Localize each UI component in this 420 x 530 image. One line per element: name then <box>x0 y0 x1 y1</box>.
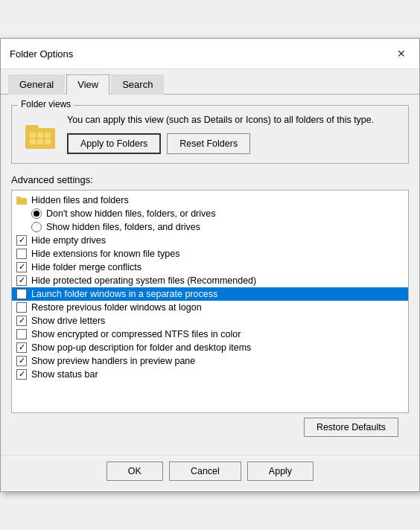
ok-button[interactable]: OK <box>106 462 163 481</box>
list-item-label-show-hidden: Show hidden files, folders, and drives <box>46 222 200 232</box>
svg-rect-2 <box>30 132 36 138</box>
list-item-hide-extensions[interactable]: Hide extensions for known file types <box>12 247 408 261</box>
list-item-label-show-preview: Show preview handlers in preview pane <box>31 356 195 366</box>
svg-rect-7 <box>45 139 51 144</box>
list-item-label-dont-show-hidden: Don't show hidden files, folders, or dri… <box>46 208 216 219</box>
list-item-label-restore-previous: Restore previous folder windows at logon <box>31 302 202 313</box>
bottom-buttons: Restore Defaults <box>11 413 409 444</box>
svg-rect-4 <box>45 132 51 138</box>
settings-list[interactable]: Hidden files and foldersDon't show hidde… <box>12 191 408 412</box>
close-button[interactable]: ✕ <box>392 45 410 63</box>
checkbox-hide-empty-drives[interactable] <box>16 235 27 246</box>
folder-views-group: Folder views <box>11 105 409 164</box>
reset-folders-button[interactable]: Reset Folders <box>167 133 250 154</box>
tab-bar: General View Search <box>1 69 419 95</box>
advanced-settings-label: Advanced settings: <box>11 174 409 185</box>
list-item-dont-show-hidden[interactable]: Don't show hidden files, folders, or dri… <box>12 207 408 220</box>
apply-button[interactable]: Apply <box>247 462 314 481</box>
list-item-label-hide-protected: Hide protected operating system files (R… <box>31 275 256 286</box>
tab-general[interactable]: General <box>8 74 65 95</box>
checkbox-show-preview[interactable] <box>16 356 27 366</box>
list-item-label-hide-folder-merge: Hide folder merge conflicts <box>31 262 141 272</box>
list-item-label-show-status: Show status bar <box>31 369 98 380</box>
folder-node-icon <box>16 195 27 205</box>
list-item-label-hide-extensions: Hide extensions for known file types <box>31 249 179 259</box>
title-bar: Folder Options ✕ <box>1 39 419 69</box>
folder-icon <box>22 116 58 152</box>
radio-show-hidden[interactable] <box>31 222 42 232</box>
folder-views-title: Folder views <box>18 99 74 109</box>
checkbox-restore-previous[interactable] <box>16 302 27 313</box>
checkbox-hide-folder-merge[interactable] <box>16 262 27 272</box>
list-item-label-hidden-files-folder: Hidden files and folders <box>31 195 129 205</box>
list-item-label-show-popup: Show pop-up description for folder and d… <box>31 342 251 353</box>
tab-content: Folder views <box>1 95 419 455</box>
checkbox-show-popup[interactable] <box>16 342 27 353</box>
list-item-hide-empty-drives[interactable]: Hide empty drives <box>12 234 408 247</box>
list-item-show-preview[interactable]: Show preview handlers in preview pane <box>12 354 408 368</box>
list-item-show-hidden[interactable]: Show hidden files, folders, and drives <box>12 220 408 234</box>
list-item-hidden-files-folder[interactable]: Hidden files and folders <box>12 194 408 207</box>
folder-options-dialog: Folder Options ✕ General View Search Fol… <box>0 38 420 492</box>
checkbox-show-status[interactable] <box>16 369 27 380</box>
checkbox-hide-extensions[interactable] <box>16 249 27 259</box>
svg-rect-8 <box>16 198 27 205</box>
list-item-restore-previous[interactable]: Restore previous folder windows at logon <box>12 301 408 314</box>
folder-views-row: You can apply this view (such as Details… <box>22 113 398 154</box>
restore-defaults-button[interactable]: Restore Defaults <box>304 418 398 437</box>
dialog-title: Folder Options <box>10 48 73 60</box>
radio-dont-show-hidden[interactable] <box>31 208 42 219</box>
svg-rect-9 <box>16 197 21 199</box>
tab-view[interactable]: View <box>66 74 109 95</box>
checkbox-hide-protected[interactable] <box>16 275 27 286</box>
apply-to-folders-button[interactable]: Apply to Folders <box>67 133 161 154</box>
list-item-launch-folder[interactable]: Launch folder windows in a separate proc… <box>12 287 408 301</box>
checkbox-show-encrypted[interactable] <box>16 329 27 339</box>
folder-views-description: You can apply this view (such as Details… <box>67 113 398 127</box>
list-item-show-popup[interactable]: Show pop-up description for folder and d… <box>12 341 408 354</box>
folder-views-buttons: Apply to Folders Reset Folders <box>67 133 398 154</box>
list-item-hide-folder-merge[interactable]: Hide folder merge conflicts <box>12 261 408 274</box>
checkbox-launch-folder[interactable] <box>16 289 27 299</box>
list-item-label-hide-empty-drives: Hide empty drives <box>31 235 106 246</box>
list-item-label-show-encrypted: Show encrypted or compressed NTFS files … <box>31 329 241 339</box>
list-item-show-status[interactable]: Show status bar <box>12 368 408 381</box>
svg-rect-6 <box>37 139 43 144</box>
checkbox-show-drive-letters[interactable] <box>16 316 27 326</box>
list-item-hide-protected[interactable]: Hide protected operating system files (R… <box>12 274 408 287</box>
list-item-label-show-drive-letters: Show drive letters <box>31 316 105 326</box>
tab-search[interactable]: Search <box>111 74 164 95</box>
svg-rect-0 <box>25 128 55 149</box>
list-item-show-encrypted[interactable]: Show encrypted or compressed NTFS files … <box>12 328 408 341</box>
cancel-button[interactable]: Cancel <box>169 462 241 481</box>
dialog-footer: OK Cancel Apply <box>1 455 419 491</box>
settings-list-container: Hidden files and foldersDon't show hidde… <box>11 190 409 413</box>
svg-rect-5 <box>30 139 36 144</box>
svg-rect-1 <box>25 125 39 130</box>
list-item-show-drive-letters[interactable]: Show drive letters <box>12 314 408 328</box>
svg-rect-3 <box>37 132 43 138</box>
list-item-label-launch-folder: Launch folder windows in a separate proc… <box>31 289 217 299</box>
